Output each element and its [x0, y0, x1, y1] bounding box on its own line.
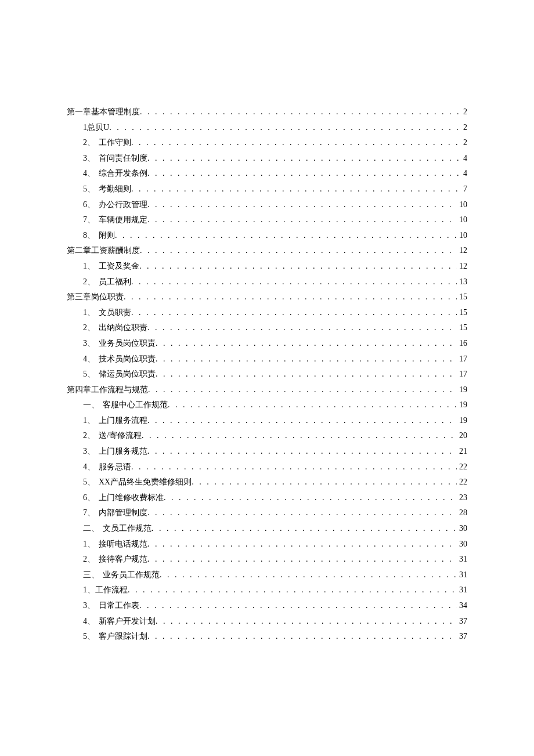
toc-entry-prefix: 3、	[83, 151, 95, 167]
toc-entry-label: 客服中心工作规范	[103, 397, 168, 413]
toc-entry: 4、综合开发条例4	[67, 166, 467, 182]
toc-leader-dots	[147, 320, 457, 336]
toc-entry-label: 工资及奖金	[99, 259, 139, 274]
toc-entry-page: 23	[457, 490, 467, 506]
toc-entry-prefix: 3、	[83, 336, 95, 352]
toc-entry: 3、首问责任制度4	[67, 151, 467, 167]
toc-entry-prefix: 1、	[83, 413, 95, 429]
toc-leader-dots	[147, 151, 461, 167]
toc-entry-prefix: 3、	[83, 598, 95, 614]
toc-leader-dots	[124, 290, 457, 305]
toc-entry-prefix: 1、	[83, 259, 95, 274]
toc-entry-label: 出纳岗位职责	[99, 320, 147, 336]
toc-leader-dots	[168, 397, 457, 413]
toc-leader-dots	[147, 413, 457, 429]
toc-entry-prefix: 5、	[83, 367, 95, 382]
toc-entry: 1、工作流程31	[67, 583, 467, 598]
toc-entry: 1、文员职责15	[67, 305, 467, 321]
toc-entry-label: 客户跟踪计划	[99, 629, 147, 645]
toc-entry-page: 30	[457, 521, 467, 537]
toc-entry: 5、储运员岗位职责17	[67, 367, 467, 382]
toc-entry: 2、送/寄修流程20	[67, 428, 467, 444]
toc-entry: 1总贝U2	[67, 120, 467, 136]
toc-entry-label: 1、工作流程	[83, 583, 128, 598]
toc-leader-dots	[140, 104, 461, 120]
toc-entry-label: 第一章基本管理制度	[67, 104, 140, 120]
toc-entry-page: 13	[457, 274, 467, 290]
toc-entry-page: 20	[457, 428, 467, 444]
toc-entry: 4、服务忌语22	[67, 460, 467, 475]
toc-entry-prefix: 1、	[83, 537, 95, 552]
toc-entry-label: 送/寄修流程	[99, 428, 142, 444]
toc-leader-dots	[131, 182, 461, 197]
toc-leader-dots	[147, 444, 457, 460]
toc-entry: 一、客服中心工作规范19	[67, 397, 467, 413]
toc-entry-label: 第三章岗位职责	[67, 290, 124, 305]
toc-entry: 2、接待客户规范31	[67, 552, 467, 567]
toc-entry-page: 4	[461, 151, 467, 167]
toc-leader-dots	[128, 583, 457, 598]
toc-leader-dots	[131, 274, 457, 290]
toc-entry-page: 19	[457, 382, 467, 398]
toc-leader-dots	[156, 367, 457, 382]
toc-entry-prefix: 4、	[83, 352, 95, 367]
toc-entry-label: 上门服务规范	[99, 444, 147, 460]
toc-leader-dots	[131, 460, 457, 475]
toc-entry: 3、上门服务规范21	[67, 444, 467, 460]
toc-entry-page: 31	[457, 583, 467, 598]
toc-entry-label: 第二章工资薪酬制度	[67, 243, 140, 259]
toc-entry-label: 文员工作规范	[103, 521, 151, 537]
toc-entry-label: 接听电话规范	[99, 537, 147, 552]
toc-entry-page: 12	[457, 259, 467, 274]
toc-entry-page: 17	[457, 352, 467, 367]
toc-leader-dots	[147, 537, 457, 552]
toc-entry-label: 首问责任制度	[99, 151, 147, 167]
toc-entry-page: 7	[461, 182, 467, 197]
toc-entry-prefix: 2、	[83, 320, 95, 336]
toc-entry: 7、内部管理制度28	[67, 505, 467, 521]
toc-entry: 2、员工福利13	[67, 274, 467, 290]
toc-leader-dots	[147, 629, 457, 645]
toc-entry-label: 办公行政管理	[99, 197, 147, 213]
toc-entry-page: 10	[457, 197, 467, 213]
toc-leader-dots	[147, 197, 457, 213]
toc-entry-label: 车辆使用规定	[99, 212, 147, 228]
toc-entry-label: 上门服务流程	[99, 413, 147, 429]
toc-entry-label: XX产品终生免费维修细则	[99, 475, 192, 490]
toc-entry-prefix: 8、	[83, 228, 95, 244]
toc-entry-prefix: 二、	[83, 521, 99, 537]
toc-entry-prefix: 4、	[83, 460, 95, 475]
toc-entry: 1、上门服务流程19	[67, 413, 467, 429]
toc-entry-label: 综合开发条例	[99, 166, 147, 182]
toc-leader-dots	[148, 382, 457, 398]
toc-entry-prefix: 一、	[83, 397, 99, 413]
toc-leader-dots	[142, 428, 457, 444]
toc-entry-prefix: 2、	[83, 274, 95, 290]
toc-entry-page: 2	[461, 135, 467, 151]
toc-entry-label: 文员职责	[99, 305, 131, 321]
toc-entry: 2、工作守则2	[67, 135, 467, 151]
toc-entry-prefix: 7、	[83, 212, 95, 228]
toc-entry: 4、技术员岗位职责17	[67, 352, 467, 367]
toc-entry: 4、新客户开发计划37	[67, 614, 467, 630]
toc-leader-dots	[147, 552, 457, 567]
toc-entry-page: 19	[457, 397, 467, 413]
toc-leader-dots	[139, 598, 457, 614]
toc-entry-prefix: 5、	[83, 182, 95, 197]
toc-entry-label: 1总贝U	[83, 120, 109, 136]
toc-leader-dots	[156, 336, 457, 352]
toc-entry-page: 37	[457, 614, 467, 630]
toc-leader-dots	[164, 490, 457, 506]
toc-entry-page: 15	[457, 290, 467, 305]
toc-entry-label: 储运员岗位职责	[99, 367, 156, 382]
toc-entry: 6、办公行政管理10	[67, 197, 467, 213]
toc-entry-label: 内部管理制度	[99, 505, 147, 521]
toc-entry-label: 工作守则	[99, 135, 131, 151]
toc-entry-page: 19	[457, 413, 467, 429]
toc-entry-page: 16	[457, 336, 467, 352]
toc-entry: 1、接听电话规范30	[67, 537, 467, 552]
toc-entry-prefix: 7、	[83, 505, 95, 521]
toc-leader-dots	[147, 505, 457, 521]
toc-entry-label: 上门维修收费标准	[99, 490, 164, 506]
toc-entry: 5、XX产品终生免费维修细则22	[67, 475, 467, 490]
